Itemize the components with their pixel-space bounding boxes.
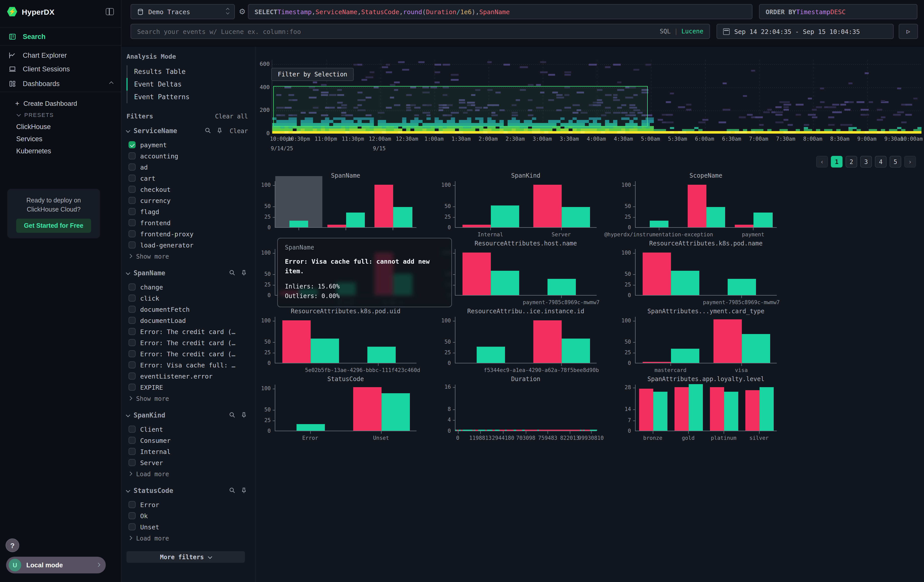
presets-toggle[interactable]: PRESETS — [0, 109, 121, 120]
run-query-button[interactable]: ▷ — [899, 24, 918, 39]
filter-option[interactable]: Unset — [127, 521, 248, 533]
filter-option[interactable]: Consumer — [127, 435, 248, 446]
clear-all-button[interactable]: Clear all — [215, 113, 248, 120]
help-button[interactable]: ? — [6, 539, 19, 552]
show-more-button[interactable]: Show more — [127, 251, 248, 260]
search-input[interactable] — [137, 28, 655, 35]
filter-option[interactable]: Ok — [127, 510, 248, 521]
filter-option[interactable]: Error: The credit card (… — [127, 326, 248, 337]
sidebar-item-chart-explorer[interactable]: Chart Explorer — [0, 49, 121, 62]
filter-option[interactable]: Error: Visa cache full: … — [127, 359, 248, 371]
filter-option[interactable]: Internal — [127, 446, 248, 457]
page-button-1[interactable]: 1 — [831, 156, 843, 168]
more-filters-button[interactable]: More filters — [127, 551, 245, 563]
checkbox[interactable] — [129, 163, 135, 171]
checkbox[interactable] — [129, 328, 135, 335]
filter-option[interactable]: documentLoad — [127, 315, 248, 326]
checkbox[interactable] — [129, 230, 135, 237]
date-range-picker[interactable]: Sep 14 22:04:35 - Sep 15 10:04:35 — [716, 24, 894, 39]
search-icon[interactable] — [205, 127, 212, 135]
filter-option[interactable]: accounting — [127, 150, 248, 162]
checkbox[interactable] — [129, 241, 135, 249]
filter-option[interactable]: documentFetch — [127, 303, 248, 315]
show-more-button[interactable]: Load more — [127, 468, 248, 478]
checkbox[interactable] — [129, 284, 135, 290]
heatmap-canvas[interactable] — [272, 60, 921, 134]
filter-option[interactable]: Client — [127, 424, 248, 435]
checkbox[interactable] — [129, 295, 135, 302]
filter-option[interactable]: Error: The credit card (… — [127, 348, 248, 359]
clear-filter-button[interactable]: Clear — [230, 127, 248, 134]
sidebar-preset-services[interactable]: Services — [0, 133, 121, 145]
page-prev-button[interactable]: ‹ — [816, 156, 828, 168]
analysis-mode-event-deltas[interactable]: Event Deltas — [127, 78, 248, 91]
sql-select-input[interactable]: SELECT Timestamp, ServiceName, StatusCod… — [248, 4, 752, 19]
sidebar-item-client-sessions[interactable]: Client Sessions — [0, 62, 121, 76]
filter-option[interactable]: Server — [127, 457, 248, 468]
checkbox[interactable] — [129, 501, 135, 508]
checkbox[interactable] — [129, 437, 135, 444]
checkbox[interactable] — [129, 339, 135, 346]
filter-group-name[interactable]: SpanName — [134, 269, 225, 277]
filter-option[interactable]: frontend — [127, 217, 248, 228]
analysis-mode-event-patterns[interactable]: Event Patterns — [127, 91, 248, 103]
checkbox[interactable] — [129, 350, 135, 357]
checkbox[interactable] — [129, 152, 135, 160]
search-icon[interactable] — [229, 269, 236, 277]
page-next-button[interactable]: › — [904, 156, 916, 168]
page-button-3[interactable]: 3 — [860, 156, 872, 168]
checkbox[interactable] — [129, 208, 135, 215]
checkbox[interactable] — [129, 317, 135, 324]
checkbox[interactable] — [129, 361, 135, 368]
checkbox[interactable] — [129, 175, 135, 182]
pin-icon[interactable] — [216, 127, 224, 135]
gear-icon[interactable]: ⚙ — [239, 7, 246, 16]
filter-option[interactable]: load-generator — [127, 239, 248, 251]
pin-icon[interactable] — [240, 411, 248, 419]
page-button-4[interactable]: 4 — [875, 156, 886, 168]
lucene-toggle[interactable]: Lucene — [681, 28, 703, 35]
checkbox[interactable] — [129, 306, 135, 313]
page-button-5[interactable]: 5 — [889, 156, 901, 168]
filter-by-selection-button[interactable]: Filter by Selection — [271, 68, 354, 81]
pin-icon[interactable] — [240, 269, 248, 277]
filter-option[interactable]: eventListener.error — [127, 371, 248, 382]
sidebar-preset-kubernetes[interactable]: Kubernetes — [0, 145, 121, 157]
sql-toggle[interactable]: SQL — [660, 28, 670, 35]
show-more-button[interactable]: Show more — [127, 393, 248, 402]
checkbox[interactable] — [129, 141, 135, 148]
filter-option[interactable]: change — [127, 281, 248, 292]
search-icon[interactable] — [229, 411, 236, 419]
filter-group-name[interactable]: StatusCode — [134, 487, 225, 495]
checkbox[interactable] — [129, 197, 135, 204]
collapse-sidebar-icon[interactable] — [106, 8, 114, 15]
checkbox[interactable] — [129, 373, 135, 379]
get-started-button[interactable]: Get Started for Free — [16, 219, 91, 233]
order-by-input[interactable]: ORDER BY Timestamp DESC — [759, 4, 917, 19]
checkbox[interactable] — [129, 512, 135, 519]
filter-option[interactable]: click — [127, 292, 248, 303]
checkbox[interactable] — [129, 448, 135, 455]
search-icon[interactable] — [229, 487, 236, 495]
checkbox[interactable] — [129, 459, 135, 466]
filter-option[interactable]: currency — [127, 195, 248, 206]
filter-option[interactable]: checkout — [127, 184, 248, 195]
filter-option[interactable]: flagd — [127, 206, 248, 217]
sidebar-item-search[interactable]: Search — [0, 27, 121, 46]
filter-option[interactable]: EXPIRE — [127, 382, 248, 393]
create-dashboard-button[interactable]: + Create Dashboard — [0, 97, 121, 109]
checkbox[interactable] — [129, 219, 135, 226]
filter-group-name[interactable]: ServiceName — [134, 127, 200, 135]
analysis-mode-results-table[interactable]: Results Table — [127, 65, 248, 78]
filter-group-name[interactable]: SpanKind — [134, 411, 225, 419]
page-button-2[interactable]: 2 — [846, 156, 857, 168]
checkbox[interactable] — [129, 186, 135, 193]
filter-option[interactable]: cart — [127, 173, 248, 184]
filter-option[interactable]: frontend-proxy — [127, 228, 248, 239]
filter-option[interactable]: ad — [127, 162, 248, 173]
pin-icon[interactable] — [240, 487, 248, 495]
checkbox[interactable] — [129, 384, 135, 391]
filter-option[interactable]: payment — [127, 139, 248, 150]
local-mode-button[interactable]: U Local mode — [6, 557, 106, 574]
checkbox[interactable] — [129, 523, 135, 530]
